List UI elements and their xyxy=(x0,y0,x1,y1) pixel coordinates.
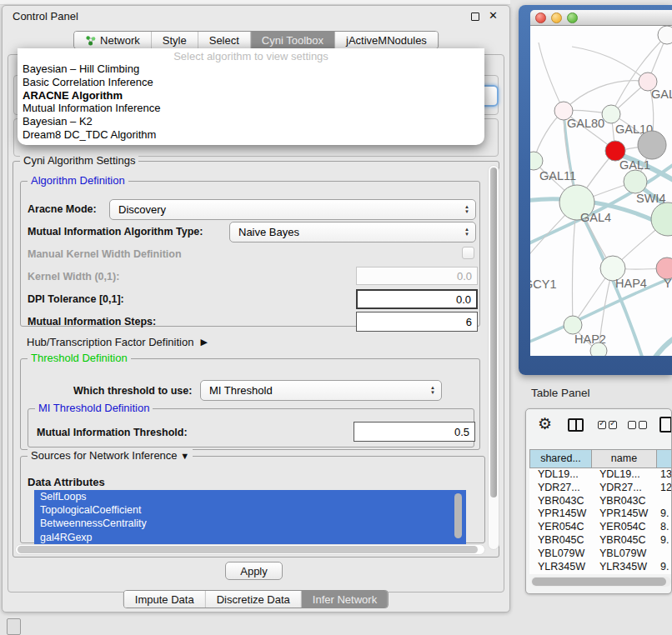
table-row[interactable]: YIL052CYIL052C9. xyxy=(529,573,672,574)
collapse-right-icon[interactable]: ▶ xyxy=(200,337,207,348)
table-cell xyxy=(657,548,672,561)
attribute-item[interactable]: SelfLoops xyxy=(34,490,466,503)
tab-discretize-data[interactable]: Discretize Data xyxy=(206,591,302,608)
table-cell: YLR345W xyxy=(592,561,657,574)
sources-title-text: Sources for Network Inference xyxy=(31,449,178,462)
manual-kernel-label: Manual Kernel Width Definition xyxy=(28,248,182,260)
table-horizontal-scrollbar[interactable] xyxy=(531,577,671,587)
deselect-all-icon[interactable] xyxy=(639,421,647,429)
algorithm-list: Bayesian – Hill ClimbingBasic Correlatio… xyxy=(18,62,484,142)
tab-network[interactable]: Network xyxy=(74,32,152,48)
table-row[interactable]: YDL19...YDL19...13 xyxy=(529,468,672,482)
tab-cyni-toolbox[interactable]: Cyni Toolbox xyxy=(251,32,335,48)
column-header[interactable]: A xyxy=(657,449,672,468)
table-cell: YLR345W xyxy=(529,561,592,574)
network-node[interactable] xyxy=(602,105,620,123)
manual-kernel-checkbox[interactable] xyxy=(462,247,474,259)
new-table-icon[interactable] xyxy=(659,417,672,432)
network-view[interactable]: GALGAL80GAL10GAL1GAL11SWI4GAL4GCY1HAP4YH… xyxy=(530,26,672,356)
table-row[interactable]: YBL079WYBL079W xyxy=(529,548,672,561)
mi-steps-field[interactable]: 6 xyxy=(356,312,478,332)
settings-vertical-scrollbar[interactable] xyxy=(488,165,499,550)
scrollbar-thumb[interactable] xyxy=(532,578,666,586)
list-scrollbar-thumb[interactable] xyxy=(454,493,462,538)
deselect-all-icon[interactable] xyxy=(628,421,636,429)
table-row[interactable]: YBR043CYBR043C xyxy=(529,495,672,508)
network-node[interactable] xyxy=(590,342,607,356)
tab-impute-data[interactable]: Impute Data xyxy=(124,591,206,608)
combo-arrows-icon: ▲▼ xyxy=(430,385,435,395)
algorithm-option[interactable]: Mutual Information Inference xyxy=(18,102,484,115)
select-all-icon[interactable]: ✓ xyxy=(609,421,617,429)
window-close-icon[interactable] xyxy=(535,12,546,23)
mi-threshold-field[interactable]: 0.5 xyxy=(354,422,475,442)
attribute-item[interactable]: TopologicalCoefficient xyxy=(34,503,466,517)
columns-icon[interactable] xyxy=(568,418,584,432)
algorithm-dropdown: Select algorithm to view settings Bayesi… xyxy=(18,48,484,145)
table-cell: 12 xyxy=(657,482,672,495)
table-row[interactable]: YBR045CYBR045C9. xyxy=(529,534,672,548)
network-node[interactable] xyxy=(624,170,647,193)
sources-group: Sources for Network Inference ▼ Data Att… xyxy=(20,456,485,543)
control-panel-window: Control Panel ✕ NetworkStyleSelectCyni T… xyxy=(2,5,510,612)
select-all-icon[interactable]: ✓ xyxy=(598,421,606,429)
table-header: shared...nameA xyxy=(526,449,671,468)
check-icon: ✓ xyxy=(609,418,616,428)
network-graph: GALGAL80GAL10GAL1GAL11SWI4GAL4GCY1HAP4YH… xyxy=(530,26,672,356)
network-node[interactable] xyxy=(638,131,666,159)
tab-label: jActiveMNodules xyxy=(346,34,427,47)
mi-type-value: Naive Bayes xyxy=(238,226,299,238)
attribute-item[interactable]: BetweennessCentrality xyxy=(34,517,466,530)
node-label: GAL80 xyxy=(567,117,604,130)
network-node[interactable] xyxy=(530,152,543,170)
close-panel-icon[interactable]: ✕ xyxy=(489,9,498,22)
table-cell: 13 xyxy=(657,468,672,482)
collapse-down-icon[interactable]: ▼ xyxy=(180,451,189,461)
float-panel-icon[interactable] xyxy=(471,12,479,21)
window-minimize-icon[interactable] xyxy=(551,12,562,23)
column-header[interactable]: name xyxy=(592,449,657,468)
attribute-item[interactable]: gal4RGexp xyxy=(34,531,466,544)
which-threshold-label: Which threshold to use: xyxy=(73,385,192,397)
minimized-panel-icon[interactable] xyxy=(7,618,21,635)
table-row[interactable]: YLR345WYLR345W9. xyxy=(529,561,672,574)
table-row[interactable]: YDR27...YDR27...12 xyxy=(529,482,672,495)
tab-label: Impute Data xyxy=(135,593,194,606)
dpi-tolerance-label: DPI Tolerance [0,1]: xyxy=(28,293,124,305)
hub-definition-section[interactable]: Hub/Transcription Factor Definition ▶ xyxy=(27,336,208,348)
scrollbar-thumb[interactable] xyxy=(490,168,497,498)
algorithm-option[interactable]: Dream8 DC_TDC Algorithm xyxy=(18,128,484,142)
table-row[interactable]: YPR145WYPR145W9. xyxy=(529,508,672,521)
algorithm-option[interactable]: Bayesian – Hill Climbing xyxy=(18,62,484,76)
control-panel-title: Control Panel xyxy=(13,10,78,22)
window-zoom-icon[interactable] xyxy=(567,12,578,23)
algorithm-option[interactable]: Bayesian – K2 xyxy=(18,115,484,128)
table-row[interactable]: YER054CYER054C8. xyxy=(529,521,672,534)
node-label: GAL4 xyxy=(580,211,611,224)
tab-infer-network[interactable]: Infer Network xyxy=(302,591,388,608)
settings-horizontal-scrollbar[interactable] xyxy=(15,544,485,555)
aracne-mode-combo[interactable]: Discovery ▲▼ xyxy=(109,199,476,220)
tab-label: Cyni Toolbox xyxy=(262,34,323,47)
column-header[interactable]: shared... xyxy=(529,449,592,468)
scrollbar-thumb[interactable] xyxy=(18,546,478,553)
mi-type-combo[interactable]: Naive Bayes ▲▼ xyxy=(229,222,476,242)
control-panel-tabs: NetworkStyleSelectCyni ToolboxjActiveMNo… xyxy=(73,31,439,49)
table-cell: 9. xyxy=(657,508,672,521)
gear-icon[interactable]: ⚙ xyxy=(538,414,552,433)
which-threshold-combo[interactable]: MI Threshold ▲▼ xyxy=(200,380,442,401)
algorithm-option[interactable]: Basic Correlation Inference xyxy=(18,76,484,89)
tab-jactivemnodules[interactable]: jActiveMNodules xyxy=(335,32,438,48)
tab-select[interactable]: Select xyxy=(198,32,251,48)
network-node[interactable] xyxy=(658,26,672,44)
mi-steps-label: Mutual Information Steps: xyxy=(28,316,156,328)
table-cell: YBL079W xyxy=(529,548,592,561)
network-node[interactable] xyxy=(564,316,582,334)
tab-style[interactable]: Style xyxy=(152,32,198,48)
apply-button[interactable]: Apply xyxy=(225,562,283,580)
table-rows: YDL19...YDL19...13YDR27...YDR27...12YBR0… xyxy=(529,468,672,574)
network-window-titlebar[interactable] xyxy=(530,10,672,26)
mi-threshold-group: MI Threshold Definition Mutual Informati… xyxy=(28,408,474,448)
dpi-tolerance-field[interactable]: 0.0 xyxy=(356,289,478,309)
algorithm-option[interactable]: ARACNE Algorithm xyxy=(18,89,484,102)
